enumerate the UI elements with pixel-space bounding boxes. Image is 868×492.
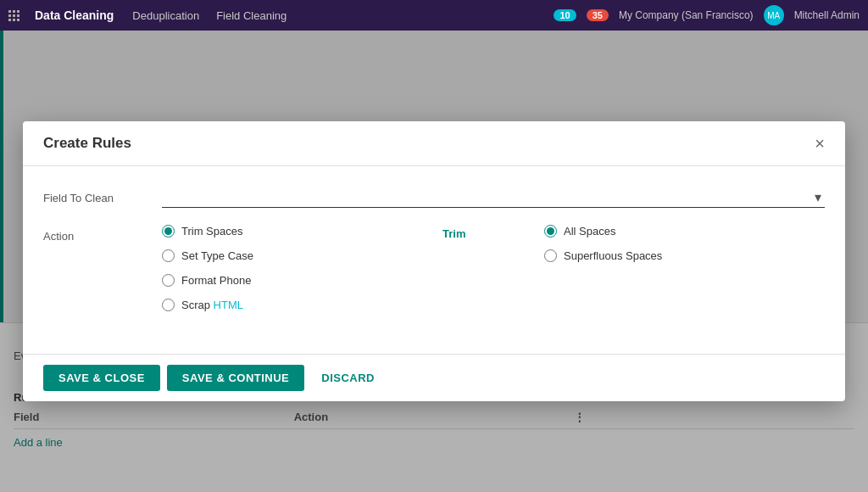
superfluous-spaces-option[interactable]: Superfluous Spaces bbox=[544, 249, 825, 262]
trim-spaces-radio[interactable] bbox=[162, 225, 175, 238]
action-label: Action bbox=[43, 225, 162, 243]
trim-divider-col: Trim bbox=[442, 225, 544, 323]
topbar-badges: 10 35 My Company (San Francisco) MA Mitc… bbox=[554, 5, 860, 25]
app-title: Data Cleaning bbox=[35, 8, 114, 22]
avatar[interactable]: MA bbox=[764, 5, 784, 25]
modal-overlay: Create Rules × Field To Clean ▾ Action bbox=[0, 31, 868, 492]
company-name[interactable]: My Company (San Francisco) bbox=[619, 9, 754, 21]
modal-body: Field To Clean ▾ Action Trim Sp bbox=[23, 166, 845, 354]
scrap-html-label: Scrap HTML bbox=[181, 299, 243, 311]
superfluous-spaces-label: Superfluous Spaces bbox=[564, 249, 662, 262]
scrap-html-option[interactable]: Scrap HTML bbox=[162, 299, 442, 311]
badge-count-1[interactable]: 10 bbox=[554, 9, 576, 21]
trim-options-col: All Spaces Superfluous Spaces bbox=[544, 225, 825, 323]
superfluous-spaces-radio[interactable] bbox=[544, 249, 557, 262]
save-continue-button[interactable]: SAVE & CONTINUE bbox=[167, 365, 304, 391]
field-to-clean-input[interactable] bbox=[162, 187, 825, 208]
trim-spaces-option[interactable]: Trim Spaces bbox=[162, 225, 442, 238]
all-spaces-option[interactable]: All Spaces bbox=[544, 225, 825, 238]
save-close-button[interactable]: SAVE & CLOSE bbox=[43, 365, 160, 391]
all-spaces-label: All Spaces bbox=[564, 225, 615, 238]
badge-count-2[interactable]: 35 bbox=[587, 9, 609, 21]
all-spaces-radio[interactable] bbox=[544, 225, 557, 238]
modal-footer: SAVE & CLOSE SAVE & CONTINUE DISCARD bbox=[23, 354, 845, 401]
modal-title: Create Rules bbox=[43, 135, 131, 152]
action-row: Action Trim Spaces Set Type Case bbox=[43, 225, 825, 323]
format-phone-option[interactable]: Format Phone bbox=[162, 274, 442, 287]
create-rules-modal: Create Rules × Field To Clean ▾ Action bbox=[23, 121, 845, 401]
format-phone-radio[interactable] bbox=[162, 274, 175, 287]
field-to-clean-row: Field To Clean ▾ bbox=[43, 187, 825, 208]
dropdown-arrow-icon: ▾ bbox=[815, 189, 821, 205]
user-name: Mitchell Admin bbox=[794, 9, 860, 21]
topbar-nav: Deduplication Field Cleaning bbox=[132, 9, 543, 22]
field-to-clean-label: Field To Clean bbox=[43, 187, 162, 204]
trim-spaces-label: Trim Spaces bbox=[181, 225, 242, 238]
close-button[interactable]: × bbox=[815, 135, 825, 152]
field-to-clean-field: ▾ bbox=[162, 187, 825, 208]
field-input-wrapper: ▾ bbox=[162, 187, 825, 208]
apps-icon[interactable] bbox=[8, 10, 19, 21]
nav-deduplication[interactable]: Deduplication bbox=[132, 9, 199, 22]
topbar: Data Cleaning Deduplication Field Cleani… bbox=[0, 0, 868, 31]
set-type-case-label: Set Type Case bbox=[181, 249, 253, 262]
discard-button[interactable]: DISCARD bbox=[311, 365, 385, 391]
set-type-case-option[interactable]: Set Type Case bbox=[162, 249, 442, 262]
action-options: Trim Spaces Set Type Case Format Phone bbox=[162, 225, 825, 323]
trim-section-label: Trim bbox=[442, 226, 465, 240]
format-phone-label: Format Phone bbox=[181, 274, 251, 287]
scrap-html-radio[interactable] bbox=[162, 299, 175, 311]
action-type-col: Trim Spaces Set Type Case Format Phone bbox=[162, 225, 442, 323]
modal-header: Create Rules × bbox=[23, 121, 845, 166]
set-type-case-radio[interactable] bbox=[162, 249, 175, 262]
nav-field-cleaning[interactable]: Field Cleaning bbox=[216, 9, 287, 22]
